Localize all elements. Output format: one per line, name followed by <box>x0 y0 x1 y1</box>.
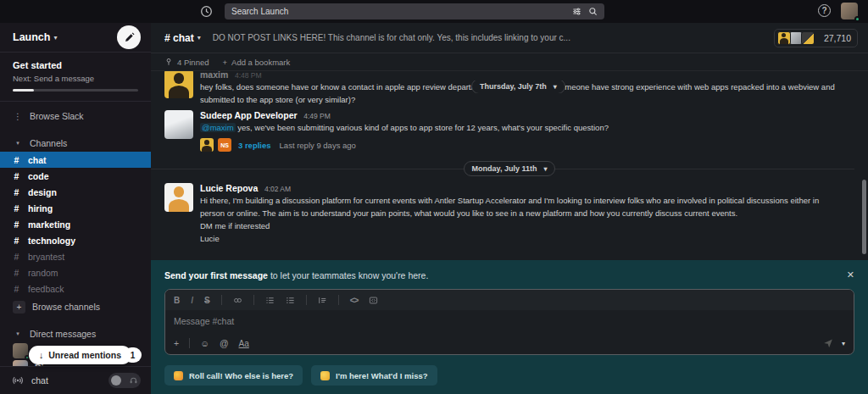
workspace-name[interactable]: Launch <box>13 31 50 43</box>
chevron-down-icon[interactable]: ▾ <box>13 330 23 337</box>
channel-label: code <box>28 171 49 181</box>
get-started-panel[interactable]: Get started Next: Send a message <box>0 53 151 102</box>
sidebar-item-browse-channels[interactable]: + Browse channels <box>0 298 151 315</box>
filter-sliders-icon[interactable] <box>572 7 581 16</box>
get-started-title: Get started <box>13 60 138 70</box>
code-icon[interactable]: <> <box>350 296 359 305</box>
wave-emoji-icon <box>320 371 330 380</box>
pinned-bar: 4 Pinned + Add a bookmark <box>151 53 868 71</box>
message-author[interactable]: maxim <box>200 71 228 80</box>
channel-topic[interactable]: DO NOT POST LINKS HERE! This channel is … <box>213 33 765 42</box>
thread-replies-link[interactable]: 3 replies <box>238 139 271 152</box>
message-author[interactable]: Sudeep App Developer <box>200 110 298 120</box>
prompt-buttons: Roll call! Who else is here? I'm here! W… <box>164 365 854 386</box>
browse-channels-label: Browse channels <box>32 302 100 312</box>
message-author[interactable]: Lucie Repova <box>200 183 258 193</box>
huddle-channel-label: chat <box>31 375 48 386</box>
banner-text: Send your first message to let your team… <box>164 270 428 280</box>
sidebar-item-channel-random[interactable]: # random <box>0 264 151 280</box>
new-message-button[interactable] <box>117 25 141 49</box>
bold-icon[interactable]: B <box>174 296 180 305</box>
date-pill[interactable]: Monday, July 11th ▾ <box>464 161 556 176</box>
unread-mentions-button[interactable]: ↓ Unread mentions <box>29 346 131 364</box>
sidebar-item-browse-slack[interactable]: ⋮ Browse Slack <box>0 108 151 125</box>
scrollbar-thumb[interactable] <box>862 180 866 254</box>
chevron-down-icon: ▾ <box>543 165 547 173</box>
text-format-icon[interactable]: Aa <box>239 339 249 348</box>
close-icon[interactable]: ✕ <box>847 269 854 280</box>
im-here-button[interactable]: I'm here! What'd I miss? <box>311 365 437 386</box>
user-mention[interactable]: @maxim <box>200 123 236 132</box>
sidebar-item-channel-technology[interactable]: # technology <box>0 232 151 248</box>
sidebar-item-channel-code[interactable]: # code <box>0 168 151 184</box>
mention-icon[interactable]: @ <box>220 338 229 348</box>
message-lucie[interactable]: Lucie Repova 4:02 AM Hi there, I'm build… <box>164 183 868 245</box>
date-divider: Monday, July 11th ▾ <box>164 161 854 176</box>
dms-section-header[interactable]: ▾ Direct messages <box>0 325 151 342</box>
huddle-bar[interactable]: chat <box>0 366 151 394</box>
thread-summary[interactable]: NS 3 replies Last reply 9 days ago <box>200 137 854 153</box>
channels-header-label: Channels <box>30 138 67 148</box>
chevron-down-icon[interactable]: ▾ <box>198 34 201 42</box>
search-input[interactable]: Search Launch <box>225 3 604 19</box>
bulleted-list-icon[interactable] <box>286 296 295 305</box>
member-count-widget[interactable]: 27,710 <box>774 29 858 47</box>
hash-icon: # <box>13 219 20 230</box>
sidebar-item-channel-marketing[interactable]: # marketing <box>0 216 151 232</box>
avatar[interactable] <box>164 183 193 212</box>
thread-last-reply: Last reply 9 days ago <box>280 139 356 152</box>
add-bookmark-button[interactable]: + Add a bookmark <box>223 58 291 67</box>
sidebar-item-channel-feedback[interactable]: # feedback <box>0 280 151 297</box>
chevron-down-icon[interactable]: ▾ <box>842 340 845 347</box>
message-input[interactable]: Message #chat <box>165 310 854 332</box>
unread-count-badge[interactable]: 1 <box>124 347 142 363</box>
thread-avatar-initials: NS <box>218 138 231 152</box>
hash-icon: # <box>13 236 20 246</box>
avatar[interactable] <box>164 110 193 139</box>
hash-icon: # <box>13 187 20 197</box>
message-maxim[interactable]: maxim 4:48 PM hey folks, does someone ha… <box>164 71 868 106</box>
message-sudeep[interactable]: Sudeep App Developer 4:49 PM @maxim yes,… <box>164 110 868 153</box>
chevron-down-icon[interactable]: ▾ <box>13 140 23 147</box>
channel-name[interactable]: # chat <box>164 32 194 44</box>
history-icon[interactable] <box>200 5 213 18</box>
ordered-list-icon[interactable] <box>265 296 275 305</box>
avatar[interactable] <box>164 71 193 98</box>
emoji-icon[interactable]: ☺ <box>200 338 209 348</box>
message-composer[interactable]: B I S <> Message #chat + ☺ <box>164 289 854 355</box>
sidebar-item-channel-design[interactable]: # design <box>0 184 151 200</box>
onboarding-panel: Send your first message to let your team… <box>151 260 868 394</box>
blockquote-icon[interactable] <box>318 296 327 305</box>
progress-bar <box>13 89 138 92</box>
italic-icon[interactable]: I <box>191 296 193 305</box>
search-icon[interactable] <box>588 7 598 16</box>
channel-label: random <box>28 268 58 278</box>
composer-actions: + ☺ @ Aa ▾ <box>165 332 854 354</box>
banner-bold-text: Send your first message <box>164 270 268 280</box>
sidebar-item-channel-chat[interactable]: # chat <box>0 152 151 168</box>
headphones-icon <box>129 375 138 385</box>
sidebar-item-channel-bryantest[interactable]: # bryantest <box>0 248 151 264</box>
huddle-toggle[interactable] <box>108 373 141 388</box>
sidebar: Launch ▾ Get started Next: Send a messag… <box>0 23 151 394</box>
pin-icon <box>164 58 173 66</box>
strikethrough-icon[interactable]: S <box>204 296 210 305</box>
channel-label: bryantest <box>28 252 64 262</box>
browse-slack-label: Browse Slack <box>30 111 84 121</box>
sticky-date-pill[interactable]: Thursday, July 7th ▾ <box>471 80 565 93</box>
roll-call-button[interactable]: Roll call! Who else is here? <box>164 365 303 386</box>
hash-icon: # <box>13 171 20 181</box>
send-button[interactable]: ▾ <box>823 338 845 348</box>
sidebar-item-channel-hiring[interactable]: # hiring <box>0 200 151 216</box>
thread-avatar <box>200 138 214 152</box>
user-avatar[interactable] <box>841 3 858 19</box>
channels-section-header[interactable]: ▾ Channels <box>0 135 151 152</box>
pinned-items[interactable]: 4 Pinned <box>164 58 209 67</box>
link-icon[interactable] <box>233 296 242 305</box>
help-icon[interactable]: ? <box>818 4 831 17</box>
attach-plus-icon[interactable]: + <box>174 338 179 348</box>
workspace-header[interactable]: Launch ▾ <box>0 23 151 53</box>
code-block-icon[interactable] <box>369 296 378 305</box>
date-label: Thursday, July 7th <box>480 80 547 93</box>
message-time: 4:02 AM <box>264 185 291 193</box>
